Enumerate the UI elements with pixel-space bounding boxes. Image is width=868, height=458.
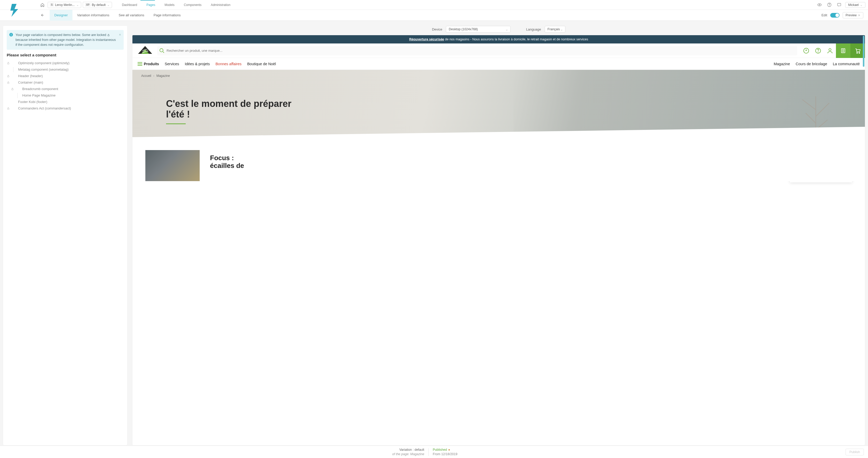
chevron-down-icon: ⌄ [560, 27, 563, 31]
site-header: LEROYMERLIN [132, 43, 865, 58]
lock-icon [11, 87, 14, 91]
nav-models[interactable]: Models [160, 0, 179, 10]
lock-placeholder [7, 68, 10, 71]
site-selector[interactable]: S Leroy Merlin... ⌄ [48, 2, 81, 8]
back-icon[interactable] [39, 12, 46, 19]
tree-label: Commanders Act (commandersact) [18, 106, 71, 110]
tree-item-header[interactable]: Header (header) [7, 73, 124, 79]
svg-rect-8 [12, 89, 13, 90]
site-nav: Produits Services Idées & projets Bonnes… [132, 58, 865, 70]
svg-point-21 [859, 53, 860, 53]
user-name: Mickael [848, 3, 859, 7]
edit-toggle[interactable] [830, 13, 840, 18]
site-banner: Réouverture sécurisée de nos magasins - … [132, 35, 865, 43]
help-icon[interactable] [826, 1, 833, 8]
search-icon[interactable] [157, 46, 166, 55]
lock-icon [7, 61, 10, 65]
xp-label: By default [92, 3, 105, 7]
svg-point-20 [857, 53, 858, 53]
svg-rect-7 [7, 82, 9, 84]
device-label: Device [432, 27, 442, 31]
tab-page-info[interactable]: Page informations [149, 10, 185, 21]
device-select[interactable]: Desktop (1024x768) ⌄ [446, 26, 510, 33]
nav-administration[interactable]: Administration [206, 0, 235, 10]
svg-rect-9 [7, 108, 9, 110]
search-input[interactable] [166, 49, 797, 53]
svg-rect-5 [7, 63, 9, 64]
tree-item-container[interactable]: Container (main) [7, 79, 124, 86]
tab-see-all-variations[interactable]: See all variations [114, 10, 149, 21]
secondbar: Designer Variation informations See all … [0, 10, 868, 21]
nav-cours[interactable]: Cours de bricolage [796, 62, 827, 66]
leroy-merlin-logo[interactable]: LEROYMERLIN [136, 45, 154, 56]
nav-bonnes-affaires[interactable]: Bonnes affaires [215, 62, 242, 66]
chevron-right-icon: › [153, 74, 154, 78]
tree-item-optimizely[interactable]: Optimizely component (optimizely) [7, 60, 124, 66]
lock-placeholder [7, 100, 10, 104]
nav-idees[interactable]: Idées & projets [185, 62, 210, 66]
nav-noel[interactable]: Boutique de Noël [247, 62, 276, 66]
preview-button[interactable]: Preview [843, 12, 863, 19]
tree-item-footer[interactable]: Footer Kobi (footer) [7, 99, 124, 105]
nav-services[interactable]: Services [165, 62, 179, 66]
info-alert: i Your page variation is composed items … [7, 30, 124, 50]
component-tree: Optimizely component (optimizely) Metata… [7, 60, 124, 112]
tree-item-breadcrumb[interactable]: Breadcrumb component [7, 86, 124, 92]
nav-magazine[interactable]: Magazine [774, 62, 790, 66]
help-icon[interactable] [812, 43, 824, 58]
chevron-down-icon: ⌄ [107, 3, 110, 7]
edit-label: Edit [822, 13, 827, 17]
crumb-accueil[interactable]: Accueil [141, 74, 151, 78]
xp-tag: XP [85, 3, 91, 6]
tree-item-homepage-magazine[interactable]: Home Page Magazine [7, 92, 124, 99]
alert-text-2: because inherited from other page model.… [16, 38, 116, 47]
language-select[interactable]: Français ⌄ [545, 26, 565, 33]
nav-produits-label: Produits [144, 62, 159, 66]
tree-label: Header (header) [18, 74, 43, 78]
eye-icon[interactable] [816, 1, 823, 8]
svg-point-0 [819, 4, 820, 5]
list-icon[interactable] [836, 43, 850, 58]
nav-communaute[interactable]: La communauté [833, 62, 860, 66]
breadcrumb: Accueil › Magazine [141, 74, 170, 78]
svg-point-14 [160, 49, 163, 52]
close-icon[interactable]: × [119, 32, 121, 37]
preview-canvas: Réouverture sécurisée de nos magasins - … [132, 35, 865, 445]
scrollbar-thumb[interactable] [863, 36, 864, 67]
nav-components[interactable]: Components [179, 0, 206, 10]
lock-icon [7, 74, 10, 78]
preview-label: Preview [845, 13, 857, 17]
lock-placeholder [11, 94, 14, 97]
account-icon[interactable] [824, 43, 836, 58]
tree-label: Container (main) [18, 81, 43, 84]
svg-point-18 [829, 49, 831, 51]
tab-designer[interactable]: Designer [50, 10, 72, 21]
svg-rect-4 [108, 35, 110, 36]
tree-label: Optimizely component (optimizely) [18, 61, 69, 65]
lock-icon [7, 106, 10, 110]
tree-label: Footer Kobi (footer) [18, 100, 47, 104]
nav-pages[interactable]: Pages [142, 0, 160, 10]
canvas-area: Device Desktop (1024x768) ⌄ Language Fra… [132, 26, 865, 445]
xp-selector[interactable]: XP By default ⌄ [83, 2, 112, 8]
nav-produits[interactable]: Produits [137, 62, 159, 66]
below-hero: Focus : écailles de [132, 137, 865, 181]
locator-icon[interactable] [800, 43, 812, 58]
tree-item-commanders[interactable]: Commanders Act (commandersact) [7, 105, 124, 112]
lock-icon [107, 34, 110, 36]
crumb-magazine[interactable]: Magazine [156, 74, 170, 78]
chat-icon[interactable] [835, 1, 843, 8]
nav-dashboard[interactable]: Dashboard [117, 0, 142, 10]
home-icon[interactable] [39, 1, 46, 8]
banner-bold: Réouverture sécurisée [409, 37, 444, 41]
focus-title: Focus : écailles de [210, 154, 244, 170]
svg-rect-3 [837, 3, 841, 6]
active-tab-indicator [141, 0, 155, 1]
tree-item-metatag[interactable]: Metatag component (seometatag) [7, 66, 124, 73]
topbar: S Leroy Merlin... ⌄ XP By default ⌄ Dash… [0, 0, 868, 10]
tab-variation-info[interactable]: Variation informations [72, 10, 114, 21]
app-logo[interactable] [8, 3, 23, 18]
language-label: Language [526, 27, 541, 31]
user-menu[interactable]: Mickael ⌄ [845, 2, 865, 8]
svg-point-2 [829, 6, 830, 6]
